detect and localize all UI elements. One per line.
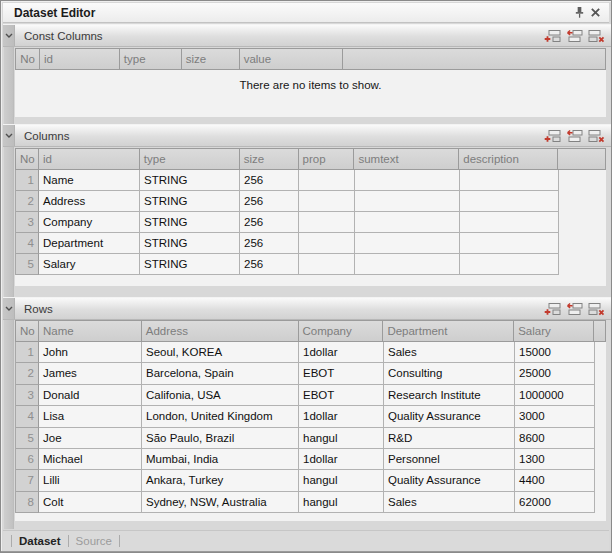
cell-name[interactable]: Lilli <box>39 470 142 491</box>
column-header-company[interactable]: Company <box>299 321 384 341</box>
cell-type[interactable]: STRING <box>140 170 240 191</box>
table-row[interactable]: 3 Company STRING 256 <box>15 212 606 233</box>
column-header-value[interactable]: value <box>240 49 344 69</box>
cell-company[interactable]: 1dollar <box>299 449 384 470</box>
cell-description[interactable] <box>460 212 559 233</box>
cell-address[interactable]: Sydney, NSW, Australia <box>142 492 299 513</box>
delete-row-icon[interactable] <box>588 29 605 43</box>
cell-size[interactable]: 256 <box>240 254 299 275</box>
cell-salary[interactable]: 3000 <box>515 406 595 427</box>
cell-company[interactable]: 1dollar <box>299 406 384 427</box>
cell-company[interactable]: 1dollar <box>299 342 384 363</box>
cell-sumtext[interactable] <box>355 233 460 254</box>
table-row[interactable]: 7 Lilli Ankara, Turkey hangul Quality As… <box>15 470 606 491</box>
cell-department[interactable]: Consulting <box>384 363 515 384</box>
cell-sumtext[interactable] <box>355 170 460 191</box>
column-header-no[interactable]: No <box>16 149 39 169</box>
table-row[interactable]: 4 Department STRING 256 <box>15 233 606 254</box>
cell-sumtext[interactable] <box>355 212 460 233</box>
cell-name[interactable]: John <box>39 342 142 363</box>
column-header-department[interactable]: Department <box>383 321 514 341</box>
cell-department[interactable]: Quality Assurance <box>384 406 515 427</box>
column-header-id[interactable]: id <box>39 149 140 169</box>
cell-company[interactable]: hangul <box>299 470 384 491</box>
cell-company[interactable]: hangul <box>299 492 384 513</box>
insert-row-icon[interactable] <box>566 129 583 143</box>
delete-row-icon[interactable] <box>588 302 605 316</box>
chevron-down-icon[interactable] <box>3 25 15 46</box>
cell-description[interactable] <box>460 233 559 254</box>
section-header-rows[interactable]: Rows <box>3 297 611 320</box>
cell-id[interactable]: Company <box>39 212 140 233</box>
table-row[interactable]: 2 James Barcelona, Spain EBOT Consulting… <box>15 363 606 384</box>
column-header-type[interactable]: type <box>140 149 240 169</box>
column-header-salary[interactable]: Salary <box>514 321 594 341</box>
insert-row-icon[interactable] <box>566 302 583 316</box>
cell-department[interactable]: Personnel <box>384 449 515 470</box>
cell-description[interactable] <box>460 191 559 212</box>
cell-department[interactable]: Research Institute <box>384 385 515 406</box>
tab-source[interactable]: Source <box>76 535 112 547</box>
table-row[interactable]: 2 Address STRING 256 <box>15 191 606 212</box>
cell-address[interactable]: São Paulo, Brazil <box>142 428 299 449</box>
cell-size[interactable]: 256 <box>240 233 299 254</box>
cell-department[interactable]: Sales <box>384 492 515 513</box>
column-header-size[interactable]: size <box>182 49 240 69</box>
section-header-columns[interactable]: Columns <box>3 124 611 147</box>
pin-icon[interactable] <box>571 5 587 21</box>
table-row[interactable]: 5 Salary STRING 256 <box>15 254 606 275</box>
table-row[interactable]: 3 Donald Califonia, USA EBOT Research In… <box>15 385 606 406</box>
cell-company[interactable]: hangul <box>299 428 384 449</box>
chevron-down-icon[interactable] <box>3 125 15 146</box>
section-header-const-columns[interactable]: Const Columns <box>3 24 611 47</box>
column-header-id[interactable]: id <box>40 49 120 69</box>
cell-salary[interactable]: 62000 <box>515 492 595 513</box>
cell-name[interactable]: James <box>39 363 142 384</box>
add-row-icon[interactable] <box>544 302 561 316</box>
add-row-icon[interactable] <box>544 129 561 143</box>
cell-name[interactable]: Lisa <box>39 406 142 427</box>
tab-dataset[interactable]: Dataset <box>19 535 61 547</box>
cell-description[interactable] <box>460 254 559 275</box>
close-icon[interactable] <box>587 5 603 21</box>
delete-row-icon[interactable] <box>588 129 605 143</box>
cell-name[interactable]: Michael <box>39 449 142 470</box>
cell-type[interactable]: STRING <box>140 212 240 233</box>
cell-salary[interactable]: 1300 <box>515 449 595 470</box>
table-row[interactable]: 5 Joe São Paulo, Brazil hangul R&D 8600 <box>15 428 606 449</box>
cell-department[interactable]: Sales <box>384 342 515 363</box>
cell-salary[interactable]: 1000000 <box>515 385 595 406</box>
cell-name[interactable]: Joe <box>39 428 142 449</box>
cell-address[interactable]: Seoul, KOREA <box>142 342 299 363</box>
column-header-sumtext[interactable]: sumtext <box>354 149 459 169</box>
column-header-description[interactable]: description <box>459 149 558 169</box>
column-header-no[interactable]: No <box>16 49 40 69</box>
table-row[interactable]: 1 Name STRING 256 <box>15 170 606 191</box>
table-row[interactable]: 4 Lisa London, United Kingdom 1dollar Qu… <box>15 406 606 427</box>
cell-size[interactable]: 256 <box>240 170 299 191</box>
add-row-icon[interactable] <box>544 29 561 43</box>
column-header-address[interactable]: Address <box>142 321 299 341</box>
table-row[interactable]: 6 Michael Mumbai, India 1dollar Personne… <box>15 449 606 470</box>
cell-address[interactable]: Califonia, USA <box>142 385 299 406</box>
table-row[interactable]: 8 Colt Sydney, NSW, Australia hangul Sal… <box>15 492 606 513</box>
cell-department[interactable]: Quality Assurance <box>384 470 515 491</box>
cell-salary[interactable]: 8600 <box>515 428 595 449</box>
chevron-down-icon[interactable] <box>3 298 15 319</box>
cell-address[interactable]: Ankara, Turkey <box>142 470 299 491</box>
cell-description[interactable] <box>460 170 559 191</box>
column-header-name[interactable]: Name <box>39 321 142 341</box>
cell-address[interactable]: London, United Kingdom <box>142 406 299 427</box>
cell-id[interactable]: Name <box>39 170 140 191</box>
cell-id[interactable]: Address <box>39 191 140 212</box>
cell-type[interactable]: STRING <box>140 233 240 254</box>
cell-prop[interactable] <box>299 254 355 275</box>
cell-sumtext[interactable] <box>355 254 460 275</box>
cell-prop[interactable] <box>299 212 355 233</box>
cell-size[interactable]: 256 <box>240 191 299 212</box>
cell-id[interactable]: Department <box>39 233 140 254</box>
column-header-no[interactable]: No <box>16 321 39 341</box>
column-header-type[interactable]: type <box>120 49 182 69</box>
insert-row-icon[interactable] <box>566 29 583 43</box>
cell-type[interactable]: STRING <box>140 191 240 212</box>
